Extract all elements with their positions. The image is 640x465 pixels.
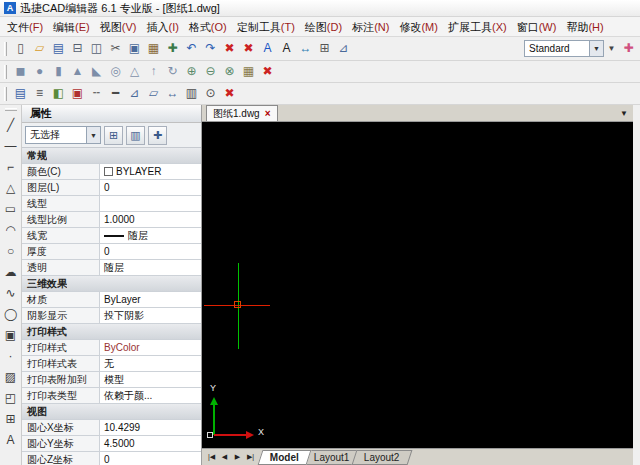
layers-icon[interactable]: ≡	[30, 84, 49, 103]
property-value[interactable]: 1.0000	[100, 212, 201, 227]
menu-item[interactable]: 绘图D	[300, 18, 347, 36]
distance-icon[interactable]: ↔	[163, 84, 182, 103]
property-row[interactable]: 常规	[22, 148, 201, 164]
subtract-icon[interactable]: ⊖	[201, 62, 220, 81]
property-value[interactable]: BYLAYER	[100, 164, 201, 179]
menu-item[interactable]: 格式O	[184, 18, 232, 36]
property-row[interactable]: 圆心X坐标 10.4299	[22, 420, 201, 436]
property-row[interactable]: 线型	[22, 196, 201, 212]
layout-tab[interactable]: Layout2	[352, 450, 412, 465]
toolbar-grip[interactable]	[5, 108, 17, 111]
style-combo[interactable]: Standard ▼	[524, 40, 604, 57]
save-icon[interactable]: ▤	[49, 39, 68, 58]
dimension-icon[interactable]: ↔	[296, 39, 315, 58]
menu-item[interactable]: 扩展工具X	[443, 18, 512, 36]
property-row[interactable]: 线宽 随层	[22, 228, 201, 244]
cone-icon[interactable]: ▲	[68, 62, 87, 81]
extrude-icon[interactable]: ↑	[144, 62, 163, 81]
color-icon[interactable]: ▣	[68, 84, 87, 103]
id-point-icon[interactable]: ⊙	[201, 84, 220, 103]
property-value[interactable]: 0	[100, 180, 201, 195]
close-tab-icon[interactable]: ×	[265, 108, 271, 119]
rectangle-icon[interactable]: ▭	[1, 198, 21, 219]
property-row[interactable]: 厚度 0	[22, 244, 201, 260]
revolve-icon[interactable]: ↻	[163, 62, 182, 81]
region-icon[interactable]: ◰	[1, 387, 21, 408]
property-value[interactable]	[100, 196, 201, 211]
torus-icon[interactable]: ◎	[106, 62, 125, 81]
property-value[interactable]: 无	[100, 356, 201, 371]
property-row[interactable]: 三维效果	[22, 276, 201, 292]
delete-icon[interactable]: ✖	[239, 39, 258, 58]
property-row[interactable]: 打印样式 ByColor	[22, 340, 201, 356]
property-value[interactable]: 投下阴影	[100, 308, 201, 323]
line-icon[interactable]: ╱	[1, 114, 21, 135]
point-icon[interactable]: ·	[1, 345, 21, 366]
menu-item[interactable]: 编辑E	[48, 18, 95, 36]
property-value[interactable]: 随层	[100, 260, 201, 275]
first-tab-button[interactable]: |◀	[205, 453, 218, 461]
table-icon[interactable]: ⊞	[1, 408, 21, 429]
union-icon[interactable]: ⊕	[182, 62, 201, 81]
linetype-icon[interactable]: ╌	[87, 84, 106, 103]
selection-combo[interactable]: 无选择 ▼	[25, 126, 101, 144]
print-icon[interactable]: ⊟	[68, 39, 87, 58]
property-row[interactable]: 圆心Y坐标 4.5000	[22, 436, 201, 452]
erase-icon[interactable]: ✖	[220, 39, 239, 58]
prev-tab-button[interactable]: ◀	[218, 453, 231, 461]
document-tab[interactable]: 图纸1.dwg ×	[206, 105, 278, 121]
property-row[interactable]: 阴影显示 投下阴影	[22, 308, 201, 324]
area-icon[interactable]: ▱	[144, 84, 163, 103]
last-tab-button[interactable]: ▶|	[244, 453, 257, 461]
insert-block-icon[interactable]: ▣	[1, 324, 21, 345]
drawing-canvas[interactable]: Y X	[202, 122, 633, 448]
property-value[interactable]: 随层	[100, 228, 201, 243]
toggle-value-icon[interactable]: ⊞	[104, 126, 123, 145]
property-value[interactable]: 0	[100, 452, 201, 465]
open-folder-icon[interactable]: ▱	[30, 39, 49, 58]
text-style-icon[interactable]: A	[258, 39, 277, 58]
copy-icon[interactable]: ▣	[125, 39, 144, 58]
lineweight-icon[interactable]: ━	[106, 84, 125, 103]
list-icon[interactable]: ▥	[182, 84, 201, 103]
intersect-icon[interactable]: ⊗	[220, 62, 239, 81]
insert-table-icon[interactable]: ⊞	[315, 39, 334, 58]
menu-item[interactable]: 窗口W	[512, 18, 562, 36]
property-row[interactable]: 打印表类型 依赖于颜...	[22, 388, 201, 404]
polygon-icon[interactable]: △	[1, 177, 21, 198]
toolbar-grip[interactable]	[4, 42, 7, 56]
layer-state-icon[interactable]: ◧	[49, 84, 68, 103]
property-row[interactable]: 透明 随层	[22, 260, 201, 276]
property-row[interactable]: 线型比例 1.0000	[22, 212, 201, 228]
ellipse-icon[interactable]: ◯	[1, 303, 21, 324]
match-properties-icon[interactable]: ✚	[163, 39, 182, 58]
quick-select-icon[interactable]: ✚	[148, 126, 167, 145]
circle-icon[interactable]: ○	[1, 240, 21, 261]
close-toolbar-icon[interactable]: ✖	[258, 62, 277, 81]
hatch-icon[interactable]: ▨	[1, 366, 21, 387]
property-row[interactable]: 视图	[22, 404, 201, 420]
menu-item[interactable]: 修改M	[394, 18, 443, 36]
close-toolbar-icon[interactable]: ✖	[220, 84, 239, 103]
text-icon[interactable]: A	[1, 429, 21, 450]
toolbar-grip[interactable]	[4, 65, 7, 79]
property-row[interactable]: 圆心Z坐标 0	[22, 452, 201, 465]
menu-item[interactable]: 帮助H	[561, 18, 608, 36]
tab-list-arrow-icon[interactable]: ▼	[615, 109, 633, 118]
property-value[interactable]: 模型	[100, 372, 201, 387]
menu-item[interactable]: 插入I	[141, 18, 183, 36]
cylinder-icon[interactable]: ▮	[49, 62, 68, 81]
print-preview-icon[interactable]: ◫	[87, 39, 106, 58]
properties-panel-icon[interactable]: ▤	[11, 84, 30, 103]
new-file-icon[interactable]: ▯	[11, 39, 30, 58]
measure-triangle-icon[interactable]: ⊿	[125, 84, 144, 103]
polyline-icon[interactable]: ⌐	[1, 156, 21, 177]
property-row[interactable]: 材质 ByLayer	[22, 292, 201, 308]
property-value[interactable]: 0	[100, 244, 201, 259]
menu-item[interactable]: 标注N	[347, 18, 394, 36]
property-value[interactable]: 4.5000	[100, 436, 201, 451]
menu-item[interactable]: 文件F	[2, 18, 48, 36]
menu-item[interactable]: 视图V	[95, 18, 142, 36]
property-row[interactable]: 图层(L) 0	[22, 180, 201, 196]
menu-item[interactable]: 定制工具T	[232, 18, 300, 36]
